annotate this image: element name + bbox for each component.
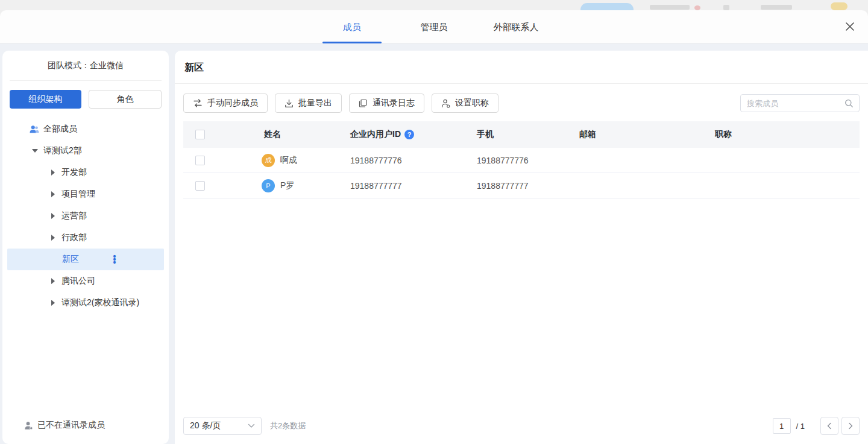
sidebar-head: 团队模式：企业微信 组织架构 角色: [2, 51, 169, 113]
tree-item-label: 行政部: [61, 232, 87, 243]
tree-item-dept[interactable]: 腾讯公司: [7, 270, 164, 292]
contacts-modal: 成员 管理员 外部联系人 团队模式：企业微信 组织架构 角色: [0, 10, 868, 444]
search-input[interactable]: [747, 99, 844, 108]
member-name: 啊成: [280, 155, 297, 166]
team-mode-label: 团队模式：企业微信: [10, 60, 162, 81]
next-page-button[interactable]: [841, 417, 860, 435]
caret-right-icon[interactable]: [51, 235, 55, 241]
sync-icon: [193, 99, 203, 107]
pagination: / 1: [773, 417, 860, 435]
modal-body: 团队模式：企业微信 组织架构 角色 全部成员: [0, 43, 868, 444]
search-box: [740, 94, 860, 112]
background-ghost-badge: [694, 5, 700, 10]
button-label: 批量导出: [298, 98, 332, 109]
manual-sync-button[interactable]: 手动同步成员: [183, 94, 268, 113]
search-icon[interactable]: [844, 99, 854, 108]
members-icon: [29, 124, 40, 134]
total-pages-label: / 1: [796, 422, 805, 431]
batch-export-button[interactable]: 批量导出: [275, 94, 342, 113]
tree-item-label: 新区: [62, 254, 79, 265]
tree-item-dept[interactable]: 行政部: [7, 227, 164, 249]
header-cell-name: 姓名: [219, 129, 350, 140]
header-cell-checkbox: [183, 130, 219, 139]
former-members-link[interactable]: 已不在通讯录成员: [2, 420, 169, 444]
background-page-strip: [0, 0, 868, 10]
app-root: 成员 管理员 外部联系人 团队模式：企业微信 组织架构 角色: [0, 0, 868, 444]
cell-user-id: 19188777776: [350, 156, 477, 165]
person-gear-icon: [441, 99, 450, 108]
button-label: 通讯录日志: [373, 98, 415, 109]
tree-item-dept[interactable]: 谭测试2部: [7, 140, 164, 162]
prev-page-button[interactable]: [820, 417, 838, 435]
header-cell-phone: 手机: [477, 129, 579, 140]
cell-user-id: 19188777777: [350, 181, 477, 191]
caret-right-icon[interactable]: [51, 213, 55, 219]
toolbar: 手动同步成员 批量导出 通讯录日志: [183, 94, 860, 113]
question-icon[interactable]: ?: [404, 130, 414, 139]
modal-header: 成员 管理员 外部联系人: [0, 10, 868, 43]
caret-right-icon[interactable]: [51, 170, 55, 176]
table-row[interactable]: P P罗 19188777777 19188777777: [183, 173, 860, 198]
caret-right-icon[interactable]: [51, 191, 55, 197]
tab-label: 外部联系人: [494, 22, 539, 32]
tree-item-label: 腾讯公司: [61, 276, 95, 287]
tab-label: 管理员: [421, 22, 448, 32]
background-button-ghost: [580, 3, 634, 10]
close-icon[interactable]: [843, 19, 857, 34]
caret-right-icon[interactable]: [51, 278, 55, 284]
set-title-button[interactable]: 设置职称: [432, 94, 498, 113]
cell-checkbox: [183, 181, 219, 191]
tree-item-label: 运营部: [61, 211, 87, 221]
tree-item-dept[interactable]: 谭测试2(家校通讯录): [7, 292, 164, 314]
org-tree: 全部成员 谭测试2部 开发部 项目管理: [2, 113, 169, 420]
tab-admins[interactable]: 管理员: [393, 10, 475, 43]
tree-item-dept[interactable]: 开发部: [7, 162, 164, 183]
avatar: 成: [262, 154, 275, 167]
header-label: 企业内用户ID: [350, 129, 401, 140]
tab-members[interactable]: 成员: [311, 10, 393, 43]
chevron-down-icon: [248, 423, 255, 428]
cell-phone: 19188777776: [477, 156, 579, 165]
caret-down-icon[interactable]: [32, 149, 38, 153]
tree-item-label: 谭测试2(家校通讯录): [61, 297, 139, 308]
org-sidebar: 团队模式：企业微信 组织架构 角色 全部成员: [2, 51, 169, 444]
former-member-icon: [24, 421, 33, 430]
active-tab-underline: [322, 42, 382, 43]
roles-button[interactable]: 角色: [89, 90, 162, 109]
tree-item-dept[interactable]: 项目管理: [7, 183, 164, 205]
cell-checkbox: [183, 156, 219, 165]
tab-external-contacts[interactable]: 外部联系人: [475, 10, 557, 43]
member-name: P罗: [280, 180, 294, 191]
tree-item-label: 谭测试2部: [43, 145, 82, 156]
page-size-select[interactable]: 20 条/页: [183, 417, 262, 435]
vertical-dots-icon[interactable]: •••: [110, 255, 119, 264]
total-count-label: 共2条数据: [270, 420, 306, 431]
tree-item-label: 开发部: [61, 167, 87, 178]
table-footer: 20 条/页 共2条数据 / 1: [175, 416, 868, 444]
chevron-right-icon: [848, 422, 854, 430]
row-checkbox[interactable]: [195, 156, 205, 165]
org-structure-button[interactable]: 组织架构: [10, 90, 81, 109]
download-icon: [285, 99, 294, 108]
page-number-input[interactable]: [773, 418, 791, 434]
page-size-value: 20 条/页: [190, 420, 221, 431]
select-all-checkbox[interactable]: [195, 130, 205, 139]
contacts-log-button[interactable]: 通讯录日志: [349, 94, 424, 113]
table-row[interactable]: 成 啊成 19188777776 19188777776: [183, 148, 860, 173]
cell-name: 成 啊成: [219, 154, 350, 167]
sidebar-segmented-control: 组织架构 角色: [10, 81, 162, 113]
background-ghost-avatar: [831, 2, 848, 10]
caret-right-icon[interactable]: [51, 300, 55, 306]
cell-phone: 19188777777: [477, 181, 579, 191]
chevron-left-icon: [826, 422, 832, 430]
tree-item-dept-selected[interactable]: 新区 •••: [7, 249, 164, 270]
tree-item-dept[interactable]: 运营部: [7, 205, 164, 227]
background-ghost-text: [650, 5, 690, 10]
member-table: 姓名 企业内用户ID ? 手机 邮箱 职称: [183, 121, 860, 198]
page-title: 新区: [175, 51, 868, 84]
row-checkbox[interactable]: [195, 181, 205, 191]
former-members-label: 已不在通讯录成员: [37, 420, 105, 431]
log-icon: [359, 99, 368, 108]
tree-item-all-members[interactable]: 全部成员: [7, 118, 164, 140]
button-label: 设置职称: [455, 98, 489, 109]
